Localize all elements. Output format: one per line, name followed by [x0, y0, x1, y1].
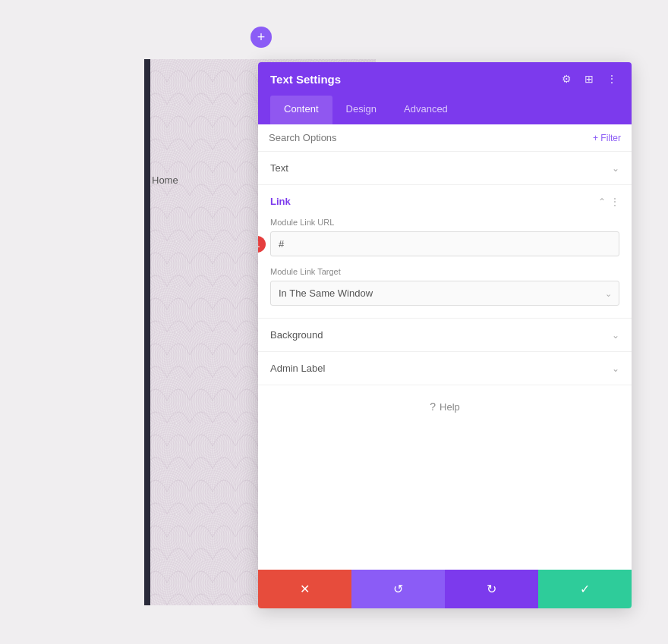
text-section-label: Text: [270, 162, 288, 174]
filter-button[interactable]: + Filter: [593, 133, 621, 143]
more-options-icon[interactable]: ⋮: [604, 71, 619, 86]
modal-body: Text ⌄ Link ⌃ ⋮ Module Link URL 1: [258, 152, 632, 570]
undo-button[interactable]: ↺: [351, 570, 445, 608]
columns-icon[interactable]: ⊞: [581, 71, 597, 86]
link-section-content: Module Link URL 1 Module Link Target In …: [258, 218, 632, 318]
text-section-chevron-down-icon: ⌄: [612, 163, 619, 174]
modal-header: Text Settings ⚙ ⊞ ⋮: [258, 62, 632, 96]
tab-design[interactable]: Design: [332, 96, 390, 124]
link-header-icons: ⌃ ⋮: [598, 196, 619, 207]
target-field-label: Module Link Target: [270, 267, 619, 276]
modal-header-actions: ⚙ ⊞ ⋮: [559, 71, 619, 86]
add-element-button[interactable]: +: [250, 27, 272, 48]
tab-advanced[interactable]: Advanced: [390, 96, 462, 124]
text-section-row[interactable]: Text ⌄: [258, 152, 632, 185]
help-label[interactable]: Help: [440, 401, 460, 413]
url-field-wrapper: 1: [270, 231, 619, 256]
admin-label-section-label: Admin Label: [270, 363, 325, 374]
background-section-row[interactable]: Background ⌄: [258, 319, 632, 352]
link-chevron-up-icon: ⌃: [598, 196, 606, 207]
search-bar: + Filter: [258, 124, 632, 152]
admin-label-section-row[interactable]: Admin Label ⌄: [258, 352, 632, 385]
step-badge-1: 1: [258, 236, 266, 253]
text-settings-modal: Text Settings ⚙ ⊞ ⋮ Content Design Advan…: [258, 62, 632, 608]
cancel-button[interactable]: ✕: [258, 570, 351, 608]
home-label: Home: [152, 174, 178, 186]
settings-icon[interactable]: ⚙: [559, 71, 574, 86]
left-sidebar-strip: [144, 59, 150, 605]
link-section-header[interactable]: Link ⌃ ⋮: [258, 185, 632, 218]
module-link-url-input[interactable]: [270, 231, 619, 256]
modal-footer: ✕ ↺ ↻ ✓: [258, 570, 632, 608]
save-button[interactable]: ✓: [538, 570, 632, 608]
link-section: Link ⌃ ⋮ Module Link URL 1 Module Link T…: [258, 185, 632, 319]
link-more-icon[interactable]: ⋮: [610, 196, 619, 207]
target-select-wrapper: In The Same Window In A New Tab ⌄: [270, 281, 619, 306]
admin-label-chevron-down-icon: ⌄: [612, 363, 619, 374]
tab-content[interactable]: Content: [270, 96, 332, 124]
modal-tabs: Content Design Advanced: [258, 96, 632, 124]
link-section-label: Link: [270, 196, 291, 207]
redo-button[interactable]: ↻: [445, 570, 538, 608]
url-field-label: Module Link URL: [270, 218, 619, 227]
module-link-target-select[interactable]: In The Same Window In A New Tab: [270, 281, 619, 306]
modal-title: Text Settings: [270, 73, 341, 86]
search-input[interactable]: [269, 132, 593, 143]
background-section-label: Background: [270, 329, 323, 341]
help-row: ? Help: [258, 385, 632, 428]
help-question-icon: ?: [430, 401, 436, 413]
background-chevron-down-icon: ⌄: [612, 330, 619, 341]
